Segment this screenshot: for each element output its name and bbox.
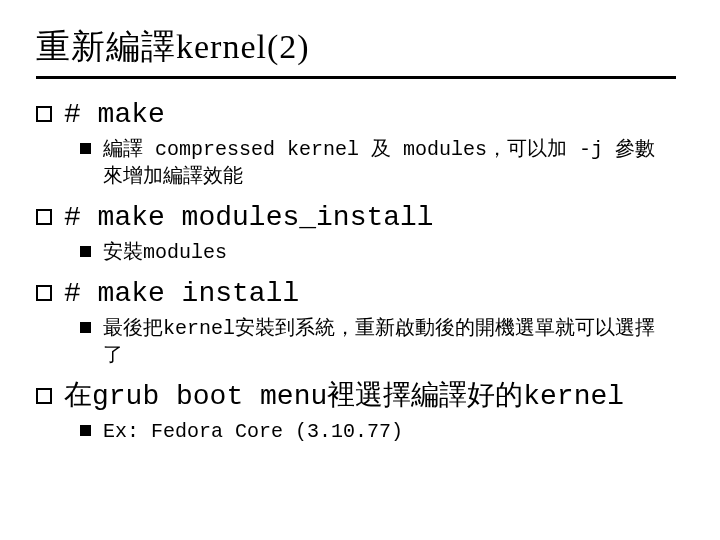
list-subitem-text: 編譯 compressed kernel 及 modules，可以加 -j 參數… (103, 136, 663, 190)
filled-square-bullet-icon (80, 322, 91, 333)
list-subitem: 最後把kernel安裝到系統，重新啟動後的開機選單就可以選擇了 (80, 315, 684, 369)
content-area: # make 編譯 compressed kernel 及 modules，可以… (36, 93, 684, 451)
slide: 重新編譯kernel(2) # make 編譯 compressed kerne… (0, 0, 720, 540)
hollow-square-bullet-icon (36, 209, 52, 225)
title-underline (36, 76, 676, 79)
list-subitem: Ex: Fedora Core (3.10.77) (80, 418, 684, 445)
list-subitem-text: Ex: Fedora Core (3.10.77) (103, 418, 403, 445)
list-subitem-text: 最後把kernel安裝到系統，重新啟動後的開機選單就可以選擇了 (103, 315, 663, 369)
list-item-text: # make (64, 97, 165, 132)
list-item-text: # make modules_install (64, 200, 434, 235)
list-subitem-text: 安裝modules (103, 239, 227, 266)
list-subitem: 編譯 compressed kernel 及 modules，可以加 -j 參數… (80, 136, 684, 190)
list-item: # make (36, 97, 684, 132)
list-subitem: 安裝modules (80, 239, 684, 266)
filled-square-bullet-icon (80, 425, 91, 436)
filled-square-bullet-icon (80, 143, 91, 154)
slide-title: 重新編譯kernel(2) (36, 24, 684, 70)
hollow-square-bullet-icon (36, 106, 52, 122)
filled-square-bullet-icon (80, 246, 91, 257)
list-item-text: # make install (64, 276, 299, 311)
hollow-square-bullet-icon (36, 388, 52, 404)
list-item: 在grub boot menu裡選擇編譯好的kernel (36, 379, 684, 414)
list-item-text: 在grub boot menu裡選擇編譯好的kernel (64, 379, 624, 414)
hollow-square-bullet-icon (36, 285, 52, 301)
list-item: # make modules_install (36, 200, 684, 235)
list-item: # make install (36, 276, 684, 311)
